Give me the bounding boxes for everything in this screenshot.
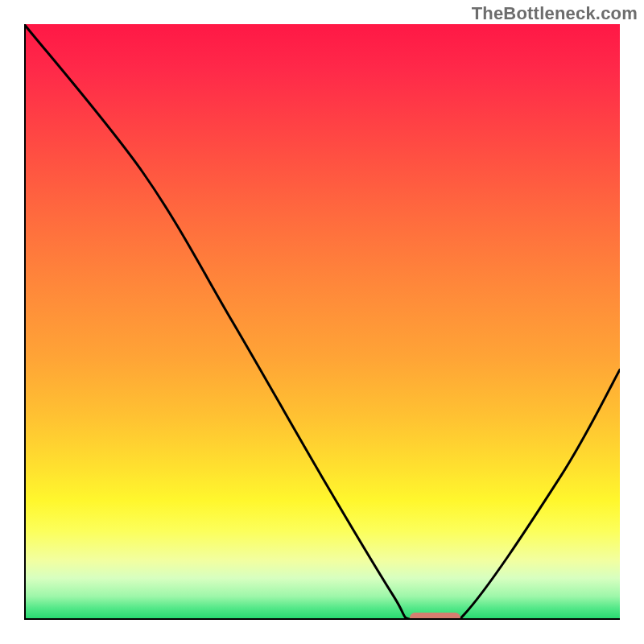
watermark-text: TheBottleneck.com bbox=[472, 3, 638, 24]
bottleneck-curve bbox=[24, 24, 620, 620]
plot-area bbox=[24, 24, 620, 620]
optimal-range-marker bbox=[410, 613, 460, 620]
chart-container: TheBottleneck.com bbox=[0, 0, 644, 644]
